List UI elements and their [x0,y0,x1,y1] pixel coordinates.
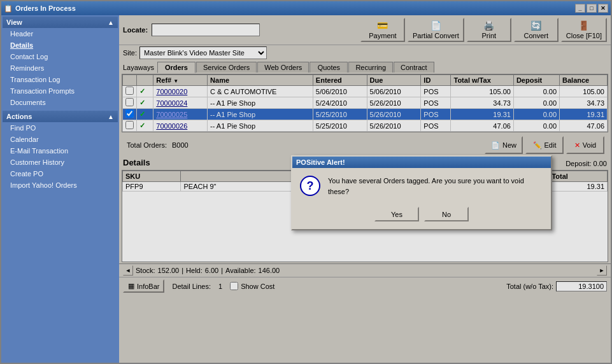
sidebar-item-find-po[interactable]: Find PO [3,122,118,134]
sidebar-item-contact-log[interactable]: Contact Log [3,51,118,62]
sidebar-item-transaction-log[interactable]: Transaction Log [3,74,118,85]
dialog-question-icon: ? [300,176,320,196]
dialog-yes-button[interactable]: Yes [374,207,419,221]
maximize-button[interactable]: □ [587,4,597,13]
dialog-buttons: Yes No [292,204,551,229]
window-title: Orders In Process [15,4,76,12]
title-bar-controls: _ □ ✕ [575,4,608,13]
dialog-overlay: POSitive Alert! ? You have several Order… [119,15,611,363]
actions-chevron-icon: ▲ [108,113,114,120]
content-area: View ▲ Header Details Contact Log Remind… [1,15,611,363]
alert-dialog: POSitive Alert! ? You have several Order… [291,155,552,230]
dialog-message: You have several Orders tagged. Are you … [328,176,543,197]
main-window: 📋 Orders In Process _ □ ✕ View ▲ Header … [0,0,612,364]
sidebar-item-customer-history[interactable]: Customer History [3,157,118,168]
sidebar-item-details[interactable]: Details [3,39,118,51]
sidebar: View ▲ Header Details Contact Log Remind… [1,15,119,363]
dialog-body: ? You have several Orders tagged. Are yo… [292,168,551,204]
sidebar-item-import-yahoo[interactable]: Import Yahoo! Orders [3,179,118,191]
title-bar-left: 📋 Orders In Process [4,4,76,13]
sidebar-item-reminders[interactable]: Reminders [3,62,118,74]
dialog-title: POSitive Alert! [292,157,551,168]
dialog-no-button[interactable]: No [424,207,469,221]
view-label: View [6,18,22,26]
actions-section: Actions ▲ Find PO Calendar E-Mail Transa… [3,111,118,191]
actions-label: Actions [6,113,32,120]
sidebar-item-transaction-prompts[interactable]: Transaction Prompts [3,85,118,97]
window-icon: 📋 [4,4,13,13]
close-window-button[interactable]: ✕ [598,4,608,13]
sidebar-item-email-transaction[interactable]: E-Mail Transaction [3,145,118,157]
main-content-area: Locate: 💳 Payment 📄 Partial Convert 🖨️ P… [119,15,611,363]
sidebar-item-create-po[interactable]: Create PO [3,168,118,179]
view-items: Header Details Contact Log Reminders Tra… [3,28,118,108]
view-section: View ▲ Header Details Contact Log Remind… [3,17,118,108]
sidebar-item-documents[interactable]: Documents [3,97,118,108]
minimize-button[interactable]: _ [575,4,585,13]
sidebar-item-calendar[interactable]: Calendar [3,134,118,145]
sidebar-item-header[interactable]: Header [3,28,118,39]
view-chevron-icon: ▲ [108,19,114,26]
view-section-header[interactable]: View ▲ [3,17,118,28]
action-items: Find PO Calendar E-Mail Transaction Cust… [3,122,118,191]
actions-section-header[interactable]: Actions ▲ [3,111,118,122]
title-bar: 📋 Orders In Process _ □ ✕ [1,1,611,15]
